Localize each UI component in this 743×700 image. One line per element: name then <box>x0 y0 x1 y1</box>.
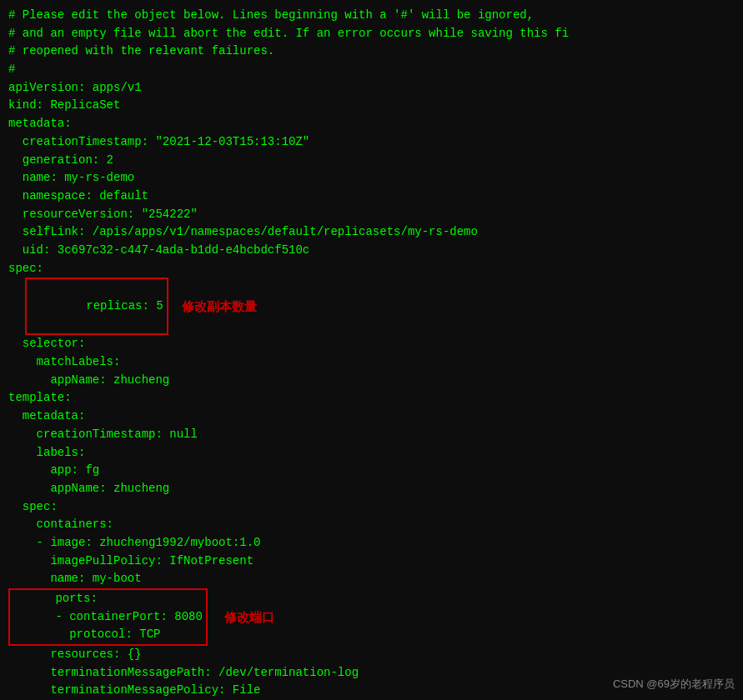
yaml-containers: containers: <box>8 516 735 534</box>
yaml-app: app: fg <box>8 462 735 480</box>
yaml-creationtimestamp: creationTimestamp: "2021-12-03T15:13:10Z… <box>8 133 735 152</box>
yaml-template-creationtimestamp: creationTimestamp: null <box>8 426 735 444</box>
yaml-namespace: namespace: default <box>8 188 735 206</box>
comment-line-1: # Please edit the object below. Lines be… <box>8 7 735 25</box>
yaml-kind: kind: ReplicaSet <box>8 97 735 115</box>
yaml-metadata: metadata: <box>8 115 735 133</box>
yaml-apiversion: apiVersion: apps/v1 <box>8 79 735 98</box>
yaml-uid: uid: 3c697c32-c447-4ada-b1dd-e4bcbdcf510… <box>8 242 735 260</box>
yaml-selflink: selfLink: /apis/apps/v1/namespaces/defau… <box>8 223 735 242</box>
terminal-window: # Please edit the object below. Lines be… <box>0 0 743 700</box>
yaml-image: - image: zhucheng1992/myboot:1.0 <box>8 534 735 552</box>
yaml-template-metadata: metadata: <box>8 408 735 426</box>
comment-line-3: # reopened with the relevant failures. <box>8 42 735 61</box>
yaml-replicas-row: replicas: 5 修改副本数量 <box>8 278 735 335</box>
yaml-resources: resources: {} <box>8 646 735 664</box>
yaml-matchlabels: matchLabels: <box>8 353 735 372</box>
yaml-ports: ports: <box>13 590 203 608</box>
yaml-labels: labels: <box>8 444 735 462</box>
ports-annotation: 修改端口 <box>224 608 274 627</box>
comment-line-4: # <box>8 61 735 79</box>
yaml-template: template: <box>8 389 735 408</box>
yaml-resourceversion: resourceVersion: "254222" <box>8 206 735 224</box>
yaml-selector: selector: <box>8 335 735 353</box>
yaml-spec-template: spec: <box>8 498 735 517</box>
yaml-protocol: protocol: TCP <box>13 626 203 644</box>
yaml-name-container: name: my-boot <box>8 570 735 588</box>
yaml-containerport: - containerPort: 8080 <box>13 608 203 627</box>
yaml-appname-template: appName: zhucheng <box>8 480 735 498</box>
yaml-spec: spec: <box>8 260 735 278</box>
replicas-highlight-box: replicas: 5 <box>25 278 168 335</box>
replicas-annotation: 修改副本数量 <box>182 297 257 316</box>
yaml-ports-section: ports: - containerPort: 8080 protocol: T… <box>8 588 735 646</box>
watermark: CSDN @69岁的老程序员 <box>613 677 735 692</box>
ports-highlight-box: ports: - containerPort: 8080 protocol: T… <box>8 588 208 646</box>
comment-line-2: # and an empty file will abort the edit.… <box>8 25 735 43</box>
yaml-imagepullpolicy: imagePullPolicy: IfNotPresent <box>8 552 735 571</box>
yaml-name: name: my-rs-demo <box>8 169 735 188</box>
yaml-generation: generation: 2 <box>8 152 735 170</box>
yaml-appname-selector: appName: zhucheng <box>8 372 735 390</box>
